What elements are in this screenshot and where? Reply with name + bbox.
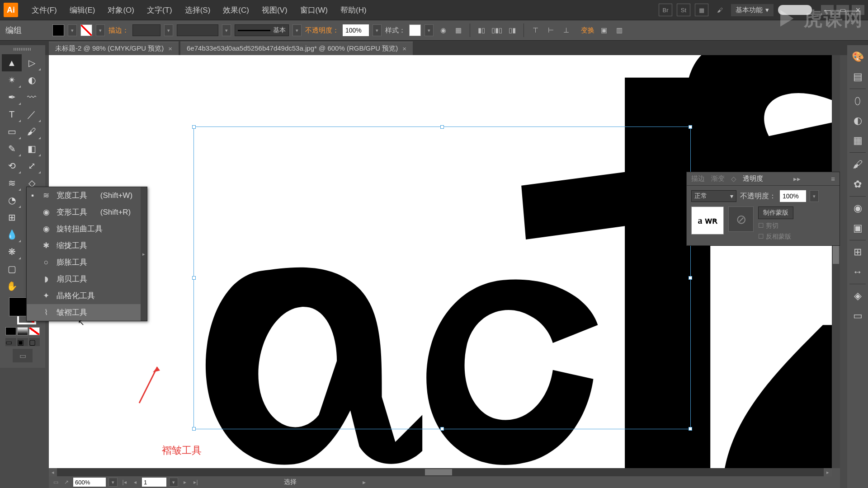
- style-dd[interactable]: [425, 24, 434, 36]
- clip-checkbox[interactable]: ☐ 剪切: [758, 222, 793, 230]
- opacity-input[interactable]: 100%: [343, 24, 369, 36]
- appearance-panel-icon[interactable]: ◉: [849, 200, 866, 216]
- panel-opacity-dd[interactable]: [810, 190, 819, 202]
- width-tool[interactable]: ≋: [2, 174, 22, 192]
- fill-dropdown[interactable]: [68, 24, 77, 36]
- gradient-panel-icon[interactable]: ◐: [849, 113, 866, 129]
- transform-panel-icon[interactable]: ↔: [849, 264, 866, 280]
- flyout-width-tool[interactable]: ▪≋宽度工具 (Shift+W): [27, 187, 147, 204]
- menu-window[interactable]: 窗口(W): [294, 5, 334, 15]
- gpu-icon[interactable]: 🖌: [713, 4, 726, 16]
- align-top-icon[interactable]: ⊤: [529, 24, 541, 36]
- close-button[interactable]: ✕: [852, 5, 864, 15]
- status-icon1[interactable]: ▭: [52, 478, 60, 486]
- paintbrush-tool[interactable]: 🖌: [22, 123, 42, 140]
- prev-artboard-button[interactable]: ◂: [131, 478, 139, 486]
- opacity-dd[interactable]: [373, 24, 382, 36]
- menu-select[interactable]: 选择(S): [179, 5, 217, 15]
- toolbar-grip[interactable]: [2, 48, 43, 54]
- direct-selection-tool[interactable]: ▷: [22, 54, 42, 71]
- eraser-tool[interactable]: ◧: [22, 140, 42, 157]
- panel-menu-icon[interactable]: ≡: [831, 175, 835, 183]
- stroke-weight-input[interactable]: [132, 24, 160, 36]
- flyout-twirl-tool[interactable]: ◉旋转扭曲工具: [27, 221, 147, 237]
- pencil-tool[interactable]: ✎: [2, 140, 22, 157]
- rectangle-tool[interactable]: ▭: [2, 123, 22, 140]
- bridge-icon[interactable]: Br: [659, 4, 672, 16]
- draw-mode-icon[interactable]: ▭: [13, 349, 33, 362]
- swatches-panel-icon[interactable]: ▤: [849, 69, 866, 85]
- last-artboard-button[interactable]: ▸|: [192, 478, 200, 486]
- zoom-input[interactable]: 600%: [73, 478, 106, 487]
- panel-collapse-icon[interactable]: ▸▸: [793, 175, 801, 183]
- screen-mode-icon3[interactable]: ▢: [29, 338, 40, 346]
- transparency-panel-icon[interactable]: ▦: [849, 132, 866, 149]
- status-expand-icon[interactable]: ▸: [363, 479, 366, 486]
- pen-tool[interactable]: ✒: [2, 89, 22, 106]
- blend-mode-dropdown[interactable]: 正常▾: [691, 190, 736, 202]
- screen-mode-icon[interactable]: ▭: [5, 338, 16, 346]
- flyout-pucker-tool[interactable]: ✱缩拢工具: [27, 237, 147, 254]
- isolate-icon[interactable]: ▣: [598, 24, 610, 36]
- none-mode-icon[interactable]: [29, 327, 40, 335]
- stock-icon[interactable]: St: [677, 4, 690, 16]
- stroke-panel-icon[interactable]: ⬯: [849, 93, 866, 109]
- menu-object[interactable]: 对象(O): [101, 5, 141, 15]
- panel-opacity-input[interactable]: 100%: [780, 190, 806, 202]
- make-mask-button[interactable]: 制作蒙版: [758, 206, 793, 219]
- layers-panel-icon[interactable]: ◈: [849, 288, 866, 304]
- mask-thumbnail[interactable]: ⊘: [728, 206, 754, 232]
- menu-type[interactable]: 文字(T): [141, 5, 179, 15]
- recolor-icon[interactable]: ◉: [437, 24, 449, 36]
- align-middle-icon[interactable]: ⊢: [545, 24, 557, 36]
- rotate-tool[interactable]: ⟲: [2, 157, 22, 174]
- close-icon[interactable]: ×: [402, 45, 406, 52]
- align-panel-icon[interactable]: ⊞: [849, 244, 866, 260]
- gradient-tab[interactable]: 渐变: [711, 174, 725, 183]
- hand-tool[interactable]: ✋: [2, 277, 22, 295]
- transform-link[interactable]: 变换: [581, 26, 594, 35]
- arrange-icon[interactable]: ▦: [695, 4, 708, 16]
- align-left-icon[interactable]: ▮▯: [476, 24, 487, 36]
- type-tool[interactable]: T: [2, 106, 22, 123]
- stroke-profile-dd[interactable]: [177, 24, 218, 36]
- menu-effect[interactable]: 效果(C): [217, 5, 255, 15]
- stroke-dropdown[interactable]: [96, 24, 105, 36]
- search-input[interactable]: [778, 5, 812, 15]
- eyedropper-tool[interactable]: 💧: [2, 226, 22, 243]
- stroke-profile-dd2[interactable]: [222, 24, 231, 36]
- menu-view[interactable]: 视图(V): [255, 5, 294, 15]
- align-pixel-icon[interactable]: ▦: [453, 24, 464, 36]
- magic-wand-tool[interactable]: ✴: [2, 71, 22, 89]
- menu-help[interactable]: 帮助(H): [334, 5, 373, 15]
- color-panel-icon[interactable]: 🎨: [849, 49, 866, 65]
- workspace-dropdown[interactable]: 基本功能▾: [731, 4, 774, 16]
- flyout-crystallize-tool[interactable]: ✦晶格化工具: [27, 287, 147, 304]
- stroke-swatch[interactable]: [80, 24, 92, 36]
- screen-mode-icon2[interactable]: ▣: [17, 338, 28, 346]
- stroke-weight-dd[interactable]: [164, 24, 173, 36]
- shape-builder-tool[interactable]: ◔: [2, 192, 22, 209]
- transparency-tab[interactable]: 透明度: [743, 174, 763, 183]
- flyout-tearoff[interactable]: ▸: [141, 187, 147, 321]
- scale-tool[interactable]: ⤢: [22, 157, 42, 174]
- brush-dropdown[interactable]: 基本: [235, 24, 289, 36]
- mesh-tool[interactable]: ⊞: [2, 209, 22, 226]
- color-mode-icon[interactable]: [5, 327, 16, 335]
- vertical-scrollbar[interactable]: [832, 55, 840, 468]
- next-artboard-button[interactable]: ▸: [181, 478, 189, 486]
- document-tab-2[interactable]: 6e74b33e53d0aa5d5256b47d49dc53a.jpg* @ 6…: [180, 42, 413, 55]
- flyout-bloat-tool[interactable]: ○膨胀工具: [27, 254, 147, 271]
- maximize-button[interactable]: ▭: [836, 5, 849, 15]
- edit-icon[interactable]: ▥: [613, 24, 625, 36]
- gradient-mode-icon[interactable]: [17, 327, 28, 335]
- artboard-tool[interactable]: ▢: [2, 260, 22, 277]
- brushes-panel-icon[interactable]: 🖌: [849, 156, 866, 173]
- line-tool[interactable]: ／: [22, 106, 42, 123]
- canvas[interactable]: 褶皱工具: [49, 55, 832, 468]
- opacity-thumbnail[interactable]: a ᴡʀ: [691, 206, 724, 235]
- artboards-panel-icon[interactable]: ▭: [849, 308, 866, 324]
- align-center-icon[interactable]: ▯▮▯: [491, 24, 503, 36]
- horizontal-scrollbar[interactable]: ◂▸: [49, 468, 832, 476]
- artboard-dd[interactable]: [169, 478, 178, 487]
